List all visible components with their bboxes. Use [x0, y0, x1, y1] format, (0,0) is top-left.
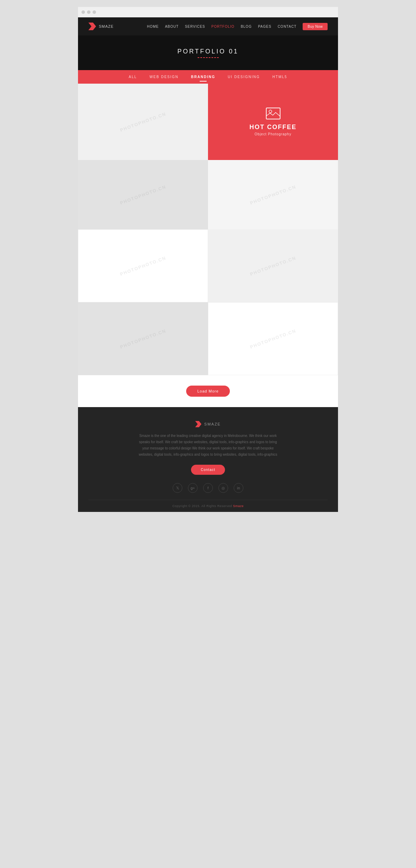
- svg-rect-0: [266, 108, 280, 119]
- linkedin-icon[interactable]: in: [234, 483, 243, 493]
- browser-dot-yellow: [87, 10, 90, 14]
- portfolio-cell-6[interactable]: PHOTOPHOTO.CN: [208, 229, 338, 302]
- nav-services[interactable]: SERVICES: [185, 25, 205, 28]
- watermark-3: PHOTOPHOTO.CN: [78, 160, 208, 229]
- watermark-7: PHOTOPHOTO.CN: [78, 302, 208, 375]
- portfolio-cell-3[interactable]: PHOTOPHOTO.CN: [78, 160, 208, 229]
- footer-logo-text: SMAZE: [204, 422, 221, 426]
- hero-divider: [198, 57, 219, 58]
- footer-brand: Smaze: [233, 504, 244, 508]
- watermark-8: PHOTOPHOTO.CN: [208, 302, 338, 375]
- browser-bar: [78, 7, 338, 17]
- hero-section: PORTFOLIO 01: [78, 35, 338, 70]
- svg-point-1: [269, 110, 272, 113]
- nav-blog[interactable]: BLOG: [241, 25, 252, 28]
- watermark-6: PHOTOPHOTO.CN: [208, 229, 338, 302]
- buy-now-button[interactable]: Buy Now: [303, 23, 328, 30]
- nav-home[interactable]: HOME: [147, 25, 159, 28]
- twitter-icon[interactable]: 𝕏: [173, 483, 182, 493]
- navbar-logo: SMAZE: [88, 23, 114, 30]
- watermark-5: PHOTOPHOTO.CN: [78, 229, 208, 302]
- google-plus-icon[interactable]: g+: [188, 483, 198, 493]
- portfolio-cell-5[interactable]: PHOTOPHOTO.CN: [78, 229, 208, 302]
- featured-subtitle: Object Photography: [254, 132, 291, 136]
- footer-logo: SMAZE: [88, 421, 328, 427]
- filter-html5[interactable]: HTML5: [272, 75, 287, 79]
- navbar-menu: HOME ABOUT SERVICES PORTFOLIO BLOG PAGES…: [147, 23, 328, 30]
- footer-description: Smaze is the one of the leading creative…: [135, 433, 281, 458]
- footer: SMAZE Smaze is the one of the leading cr…: [78, 407, 338, 512]
- portfolio-row-2: PHOTOPHOTO.CN PHOTOPHOTO.CN: [78, 160, 338, 229]
- nav-about[interactable]: ABOUT: [165, 25, 179, 28]
- watermark-1: PHOTOPHOTO.CN: [78, 84, 208, 160]
- featured-image-icon: [266, 108, 280, 119]
- portfolio-row-3: PHOTOPHOTO.CN PHOTOPHOTO.CN: [78, 229, 338, 302]
- browser-dot-red: [81, 10, 85, 14]
- filter-ui-designing[interactable]: UI DESIGNING: [228, 75, 260, 79]
- portfolio-row-4: PHOTOPHOTO.CN PHOTOPHOTO.CN: [78, 302, 338, 375]
- navbar: SMAZE HOME ABOUT SERVICES PORTFOLIO BLOG…: [78, 17, 338, 35]
- portfolio-cell-featured[interactable]: HOT COFFEE Object Photography: [208, 84, 338, 160]
- portfolio-row-1: PHOTOPHOTO.CN HOT COFFEE Object Photogra…: [78, 84, 338, 160]
- portfolio-cell-7[interactable]: PHOTOPHOTO.CN: [78, 302, 208, 375]
- footer-bottom: Copyright © 2015. All Rights Reserved Sm…: [88, 500, 328, 512]
- footer-logo-icon: [195, 421, 201, 427]
- nav-pages[interactable]: PAGES: [258, 25, 271, 28]
- nav-contact[interactable]: CONTACT: [278, 25, 297, 28]
- filter-web-design[interactable]: WEB DESIGN: [149, 75, 179, 79]
- logo-text: SMAZE: [99, 24, 114, 28]
- load-more-section: Load More: [78, 375, 338, 407]
- portfolio-cell-4[interactable]: PHOTOPHOTO.CN: [208, 160, 338, 229]
- footer-social: 𝕏 g+ f ◎ in: [88, 483, 328, 493]
- load-more-button[interactable]: Load More: [186, 386, 230, 397]
- featured-title: HOT COFFEE: [250, 124, 297, 131]
- page-wrapper: SMAZE HOME ABOUT SERVICES PORTFOLIO BLOG…: [78, 7, 338, 512]
- facebook-icon[interactable]: f: [203, 483, 213, 493]
- browser-dot-green: [93, 10, 96, 14]
- hero-title: PORTFOLIO 01: [177, 48, 239, 55]
- instagram-icon[interactable]: ◎: [218, 483, 228, 493]
- logo-icon: [88, 23, 96, 30]
- portfolio-cell-8[interactable]: PHOTOPHOTO.CN: [208, 302, 338, 375]
- filter-branding[interactable]: BRANDING: [191, 75, 215, 79]
- watermark-4: PHOTOPHOTO.CN: [208, 160, 338, 229]
- nav-portfolio[interactable]: PORTFOLIO: [211, 25, 235, 28]
- portfolio-cell-1[interactable]: PHOTOPHOTO.CN: [78, 84, 208, 160]
- filter-nav: ALL WEB DESIGN BRANDING UI DESIGNING HTM…: [78, 70, 338, 84]
- footer-contact-button[interactable]: Contact: [191, 465, 225, 475]
- copyright-text: Copyright © 2015. All Rights Reserved: [172, 504, 232, 508]
- filter-all[interactable]: ALL: [129, 75, 137, 79]
